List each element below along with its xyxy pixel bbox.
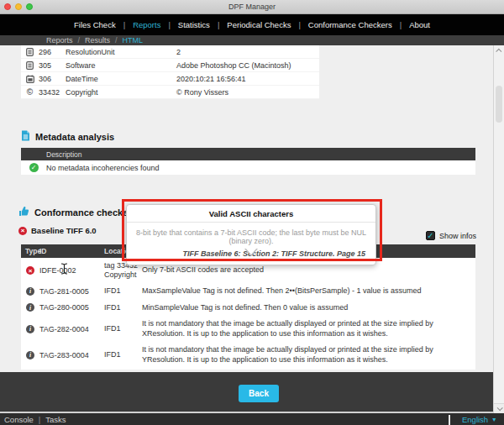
nav-item-about[interactable]: About bbox=[409, 20, 430, 29]
rule-location: IFD1 bbox=[104, 303, 142, 312]
nav-separator: | bbox=[123, 20, 125, 29]
implementation-row: × Baseline TIFF 6.0 bbox=[18, 226, 97, 235]
status-bar: Console | Tasks English ▾ bbox=[0, 412, 504, 425]
minimize-window-button[interactable] bbox=[15, 3, 22, 10]
tag-id: 306 bbox=[39, 75, 66, 83]
tag-value: Adobe Photoshop CC (Macintosh) bbox=[176, 61, 319, 70]
table-row: © 33432 Copyright © Rony Vissers bbox=[21, 86, 319, 99]
metadata-table: Description ✓ No metadata incoherencies … bbox=[21, 148, 475, 175]
tooltip-body: 8-bit byte that contains a 7-bit ASCII c… bbox=[127, 223, 375, 265]
copyright-icon: © bbox=[21, 87, 39, 97]
show-infos-control: ✓ Show infos bbox=[426, 231, 476, 240]
info-icon: i bbox=[21, 303, 39, 312]
list-icon bbox=[21, 61, 39, 70]
rule-id: TAG-281-0005 bbox=[39, 287, 104, 296]
metadata-result-text: No metadata incoherencies found bbox=[46, 164, 160, 172]
rule-description: MaxSampleValue Tag is not defined. Then … bbox=[142, 286, 475, 296]
nav-item-statistics[interactable]: Statistics bbox=[178, 20, 210, 29]
rule-id: TAG-280-0005 bbox=[39, 303, 104, 312]
info-icon: i bbox=[21, 351, 39, 359]
metadata-table-body: ✓ No metadata incoherencies found bbox=[21, 160, 475, 175]
table-row[interactable]: i TAG-282-0004 IFD1 It is not mandatory … bbox=[21, 316, 475, 342]
breadcrumb-html[interactable]: HTML bbox=[123, 36, 144, 45]
table-row[interactable]: i TAG-283-0004 IFD1 It is not mandatory … bbox=[21, 342, 475, 368]
show-infos-label: Show infos bbox=[439, 232, 476, 240]
info-icon: i bbox=[21, 287, 39, 296]
rule-id: IDFE-0002 bbox=[39, 266, 104, 275]
chevron-up-icon bbox=[496, 48, 501, 54]
rule-description: Only 7-bit ASCII codes are accepted bbox=[142, 265, 475, 275]
tag-id: 33432 bbox=[39, 88, 66, 97]
rule-description: It is not mandatory that the image be ac… bbox=[142, 319, 475, 338]
back-button[interactable]: Back bbox=[239, 385, 279, 402]
tag-name: ResolutionUnit bbox=[66, 48, 176, 56]
tag-value: 2020:10:21 16:56:41 bbox=[176, 75, 319, 83]
metadata-analysis-heading: Metadata analysis bbox=[21, 129, 114, 144]
tooltip-description: 8-bit byte that contains a 7-bit ASCII c… bbox=[135, 228, 367, 245]
column-header-type: Type bbox=[21, 247, 39, 255]
breadcrumb-separator: / bbox=[115, 36, 118, 45]
section-title: Conformance checker bbox=[34, 207, 132, 218]
nav-separator: | bbox=[400, 20, 402, 29]
tag-id: 296 bbox=[39, 48, 66, 56]
vertical-scrollbar[interactable] bbox=[493, 45, 504, 413]
close-window-button[interactable] bbox=[4, 3, 11, 10]
calendar-icon bbox=[21, 75, 39, 83]
table-row: 305 Software Adobe Photoshop CC (Macinto… bbox=[21, 59, 319, 72]
rule-id: TAG-283-0004 bbox=[39, 351, 104, 359]
main-nav: Files Check | Reports | Statistics | Per… bbox=[0, 14, 504, 35]
titlebar: DPF Manager bbox=[0, 0, 504, 14]
nav-item-periodical-checks[interactable]: Periodical Checks bbox=[227, 20, 291, 29]
scrollbar-thumb[interactable] bbox=[496, 86, 502, 123]
rule-description: It is not mandatory that the image be ac… bbox=[142, 345, 475, 365]
tasks-button[interactable]: Tasks bbox=[45, 415, 66, 424]
nav-separator: | bbox=[168, 20, 170, 29]
scroll-up-button[interactable] bbox=[494, 45, 504, 55]
footer-band: Back bbox=[0, 372, 504, 412]
tag-name: Software bbox=[66, 61, 176, 70]
table-row[interactable]: i TAG-281-0005 IFD1 MaxSampleValue Tag i… bbox=[21, 283, 475, 300]
tag-value: © Rony Vissers bbox=[176, 88, 319, 97]
conformance-table-body: × IDFE-0002 tag 33432 Copyright Only 7-b… bbox=[21, 258, 475, 370]
table-row: ✓ No metadata incoherencies found bbox=[21, 160, 475, 175]
table-row: 306 DateTime 2020:10:21 16:56:41 bbox=[21, 72, 319, 86]
column-header-id: ID bbox=[39, 247, 104, 255]
nav-item-reports[interactable]: Reports bbox=[133, 20, 160, 29]
app-window: DPF Manager Files Check | Reports | Stat… bbox=[0, 0, 504, 425]
breadcrumb-results[interactable]: Results bbox=[85, 36, 110, 45]
zoom-window-button[interactable] bbox=[26, 3, 33, 10]
column-header-description: Description bbox=[21, 150, 82, 159]
breadcrumb-reports[interactable]: Reports bbox=[46, 36, 73, 45]
language-label: English bbox=[462, 415, 488, 424]
console-button[interactable]: Console bbox=[4, 415, 34, 424]
show-infos-checkbox[interactable]: ✓ bbox=[426, 231, 435, 240]
nav-item-conformance-checkers[interactable]: Conformance Checkers bbox=[308, 20, 392, 29]
tag-name: DateTime bbox=[66, 75, 176, 83]
scroll-down-button[interactable] bbox=[494, 403, 504, 413]
traffic-lights bbox=[4, 3, 33, 10]
nav-separator: | bbox=[218, 20, 219, 29]
nav-separator: | bbox=[298, 20, 300, 29]
section-title: Metadata analysis bbox=[35, 132, 114, 142]
rule-tooltip: Valid ASCII characters 8-bit byte that c… bbox=[126, 204, 376, 265]
table-row[interactable]: i TAG-280-0005 IFD1 MinSampleValue Tag i… bbox=[21, 300, 475, 317]
divider bbox=[449, 415, 450, 425]
thumbs-up-icon bbox=[18, 205, 29, 220]
window-title: DPF Manager bbox=[228, 3, 276, 11]
breadcrumb: Reports / Results / HTML bbox=[0, 35, 504, 45]
success-icon: ✓ bbox=[21, 163, 46, 172]
metadata-table-header: Description bbox=[21, 148, 475, 160]
error-icon: × bbox=[21, 266, 39, 275]
list-icon bbox=[21, 48, 39, 56]
table-row: 296 ResolutionUnit 2 bbox=[21, 45, 319, 59]
status-bar-left: Console | Tasks bbox=[0, 415, 66, 424]
tag-value: 2 bbox=[176, 48, 319, 56]
breadcrumb-separator: / bbox=[78, 36, 81, 45]
conformance-checker-heading: Conformance checker bbox=[18, 205, 132, 220]
implementation-name: Baseline TIFF 6.0 bbox=[31, 226, 97, 235]
nav-item-files-check[interactable]: Files Check bbox=[74, 20, 116, 29]
chevron-down-icon bbox=[497, 405, 503, 411]
language-selector[interactable]: English ▾ bbox=[462, 413, 496, 425]
rule-location: IFD1 bbox=[104, 286, 142, 296]
rule-id: TAG-282-0004 bbox=[39, 325, 104, 333]
